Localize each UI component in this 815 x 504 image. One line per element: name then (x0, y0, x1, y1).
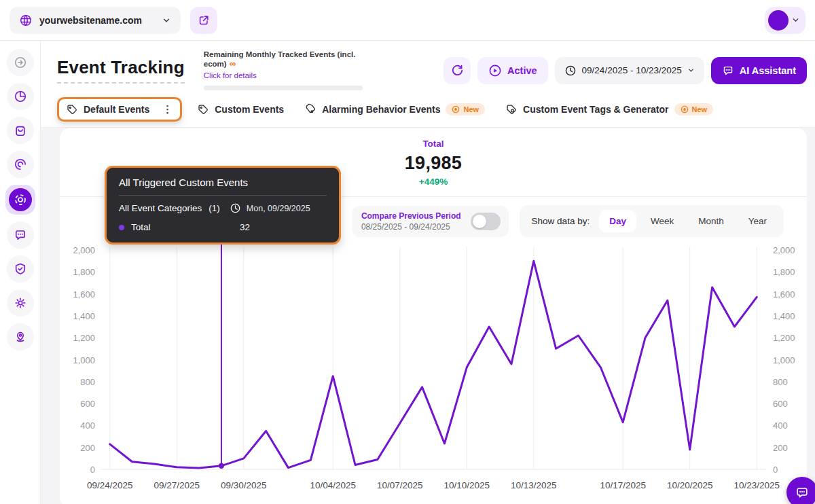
y-tick-label: 1,400 (773, 310, 795, 321)
refresh-button[interactable] (443, 57, 471, 84)
y-tick-label: 600 (80, 399, 95, 409)
tab-alarming-behavior-events[interactable]: Alarming Behavior Events New (299, 98, 490, 121)
chart-plot[interactable]: 09/24/202509/27/202509/30/202510/04/2025… (101, 244, 766, 497)
chat-bubble-icon (14, 228, 27, 242)
toggle-knob (473, 215, 486, 228)
x-tick-label: 10/07/2025 (377, 480, 423, 490)
tooltip-categories-label: All Event Categories (119, 203, 202, 213)
y-tick-label: 2,000 (773, 245, 795, 255)
clock-icon (564, 65, 577, 77)
y-tick-label: 200 (773, 442, 788, 452)
chart-svg[interactable] (101, 244, 766, 475)
active-label: Active (507, 65, 537, 76)
user-menu[interactable] (765, 7, 805, 34)
ai-assistant-button[interactable]: AI Assistant (711, 57, 807, 84)
granularity-year[interactable]: Year (738, 210, 777, 232)
y-tick-label: 0 (773, 465, 778, 475)
tab-label: Custom Event Tags & Generator (523, 104, 668, 115)
x-tick-label: 10/13/2025 (511, 480, 557, 490)
pie-chart-icon (14, 90, 27, 103)
x-tick-label: 09/27/2025 (154, 480, 200, 490)
external-link-icon (198, 14, 210, 26)
tooltip-categories-count: (1) (209, 203, 220, 213)
tab-default-events[interactable]: Default Events ⋮ (66, 102, 175, 117)
y-tick-label: 600 (773, 399, 788, 409)
compare-range: 08/25/2025 - 09/24/2025 (361, 222, 461, 232)
dot-circle-icon (681, 105, 689, 113)
open-website-button[interactable] (190, 7, 217, 34)
x-tick-label: 10/23/2025 (734, 480, 780, 490)
chart-card: Total 19,985 +449% Compare Previous Peri… (60, 128, 807, 504)
sidebar-item-sessions[interactable] (7, 151, 34, 178)
infinity-icon: ∞ (230, 58, 236, 69)
granularity-options: Day Week Month Year (599, 210, 777, 232)
x-tick-label: 10/17/2025 (600, 480, 646, 490)
tag-icon (66, 103, 78, 115)
quota-details-link[interactable]: Click for details (204, 71, 257, 79)
y-tick-label: 200 (80, 442, 95, 452)
website-selector[interactable]: yourwebsitename.com (10, 7, 181, 34)
sidebar-item-event-tracking[interactable] (5, 185, 35, 215)
sidebar-item-locations[interactable] (7, 323, 34, 350)
tab-label: Alarming Behavior Events (322, 104, 440, 115)
chevron-down-icon (791, 16, 800, 24)
tooltip-title: All Triggered Custom Events (119, 177, 327, 196)
x-tick-label: 09/30/2025 (221, 480, 267, 490)
x-axis-labels: 09/24/202509/27/202509/30/202510/04/2025… (101, 479, 766, 497)
sidebar-item-feedback[interactable] (7, 221, 34, 249)
y-tick-label: 0 (90, 465, 95, 475)
location-pin-icon (14, 330, 27, 344)
show-data-by-group: Show data by: Day Week Month Year (520, 205, 784, 237)
tab-custom-event-tags-generator[interactable]: Custom Event Tags & Generator New (500, 98, 719, 121)
compare-previous-period: Compare Previous Period 08/25/2025 - 09/… (352, 206, 509, 237)
event-tracking-active-bg (9, 188, 32, 211)
y-tick-label: 1,200 (773, 333, 795, 343)
tab-label: Custom Events (215, 104, 284, 115)
chart-area: 2,0001,8001,6001,4001,2001,0008006004002… (60, 244, 807, 497)
x-tick-label: 10/10/2025 (443, 480, 490, 490)
granularity-month[interactable]: Month (688, 210, 734, 232)
ai-assistant-label: AI Assistant (740, 65, 796, 76)
sidebar-item-expand[interactable] (7, 49, 34, 76)
sidebar-item-security[interactable] (7, 255, 34, 283)
tag-icon (197, 103, 209, 115)
chart-tooltip: All Triggered Custom Events All Event Ca… (105, 166, 341, 245)
compare-toggle[interactable] (471, 213, 501, 230)
active-status-button[interactable]: Active (477, 57, 548, 84)
tab-highlight-box: Default Events ⋮ (57, 97, 182, 122)
y-tick-label: 1,400 (73, 310, 95, 321)
sidebar-item-settings[interactable] (7, 289, 34, 317)
tooltip-date: Mon, 09/29/2025 (247, 204, 310, 213)
chat-launcher-button[interactable] (786, 477, 815, 504)
page-header: Event Tracking Remaining Monthly Tracked… (41, 41, 815, 97)
granularity-week[interactable]: Week (640, 210, 684, 232)
sidebar-item-dashboard[interactable] (7, 83, 34, 110)
header-actions: Active 09/24/2025 - 10/23/2025 AI Assist… (443, 57, 807, 84)
date-range-value: 09/24/2025 - 10/23/2025 (582, 65, 682, 75)
chevron-down-icon (162, 16, 171, 25)
date-range-picker[interactable]: 09/24/2025 - 10/23/2025 (555, 57, 704, 84)
tooltip-series-label: Total (131, 222, 240, 232)
granularity-day[interactable]: Day (599, 210, 636, 232)
sidebar-item-ecommerce[interactable] (7, 117, 34, 144)
globe-icon (19, 14, 33, 27)
page-title: Event Tracking (57, 57, 185, 84)
y-axis-left: 2,0001,8001,6001,4001,2001,0008006004002… (62, 244, 101, 475)
total-label: Total (60, 139, 807, 149)
quota-progress-bar (204, 86, 363, 90)
y-tick-label: 1,600 (773, 289, 795, 299)
x-tick-label: 09/24/2025 (87, 480, 133, 490)
series-color-dot (119, 225, 124, 230)
chevron-down-icon (687, 67, 695, 74)
tab-options-kebab[interactable]: ⋮ (160, 103, 175, 115)
play-circle-icon (488, 64, 502, 77)
content-background: Total 19,985 +449% Compare Previous Peri… (41, 128, 815, 504)
arrow-right-circle-icon (14, 56, 27, 69)
y-tick-label: 1,800 (73, 267, 95, 277)
tab-custom-events[interactable]: Custom Events (192, 98, 289, 121)
tab-label: Default Events (84, 104, 149, 115)
y-tick-label: 1,800 (773, 267, 795, 277)
tooltip-series-value: 32 (240, 222, 250, 232)
y-tick-label: 1,000 (773, 355, 795, 365)
y-tick-label: 800 (773, 376, 788, 386)
